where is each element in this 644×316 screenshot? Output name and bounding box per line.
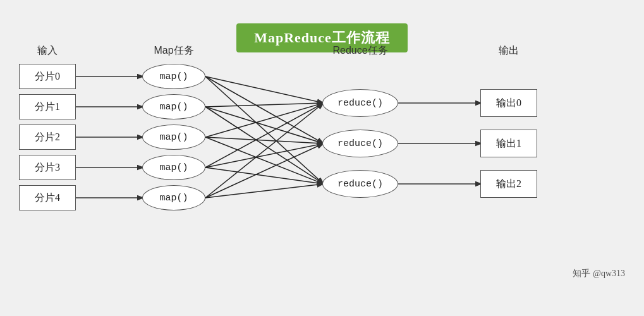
svg-line-15 [205,103,324,167]
svg-line-16 [205,143,324,167]
output-box-0: 输出0 [480,89,537,117]
svg-line-7 [205,76,324,143]
map-node-1: map() [142,94,205,119]
output-boxes: 输出0 输出1 输出2 [480,89,537,198]
svg-line-9 [205,103,324,107]
reduce-node-1: reduce() [322,130,398,157]
main-container: MapReduce工作流程 输入 分片0 分片1 分片2 分片3 分片4 Map… [0,0,644,291]
svg-line-17 [205,167,324,184]
input-box-0: 分片0 [19,64,76,89]
output-box-1: 输出1 [480,130,537,157]
input-box-4: 分片4 [19,185,76,210]
input-boxes: 分片0 分片1 分片2 分片3 分片4 [19,64,76,210]
svg-line-18 [205,103,324,198]
map-node-2: map() [142,125,205,150]
svg-line-14 [205,137,324,184]
diagram-wrapper: 输入 分片0 分片1 分片2 分片3 分片4 Map任务 map() map()… [19,44,625,284]
output-label: 输出 [499,44,519,58]
reduce-label: Reduce任务 [332,44,387,58]
reduce-ovals: reduce() reduce() reduce() [322,89,398,198]
svg-line-11 [205,107,324,184]
output-box-2: 输出2 [480,170,537,198]
input-box-3: 分片3 [19,155,76,180]
svg-line-19 [205,143,324,198]
input-label: 输入 [37,44,58,58]
reduce-node-2: reduce() [322,170,398,198]
map-node-0: map() [142,64,205,89]
reduce-node-0: reduce() [322,89,398,117]
svg-line-8 [205,76,324,184]
svg-line-13 [205,137,324,143]
watermark: 知乎 @qw313 [573,268,625,279]
svg-line-20 [205,184,324,198]
map-label: Map任务 [154,44,193,58]
map-ovals: map() map() map() map() map() [142,64,205,210]
map-node-4: map() [142,185,205,210]
svg-line-12 [205,103,324,137]
svg-line-6 [205,76,324,103]
svg-line-10 [205,107,324,143]
map-node-3: map() [142,155,205,180]
input-box-2: 分片2 [19,125,76,150]
input-box-1: 分片1 [19,94,76,119]
